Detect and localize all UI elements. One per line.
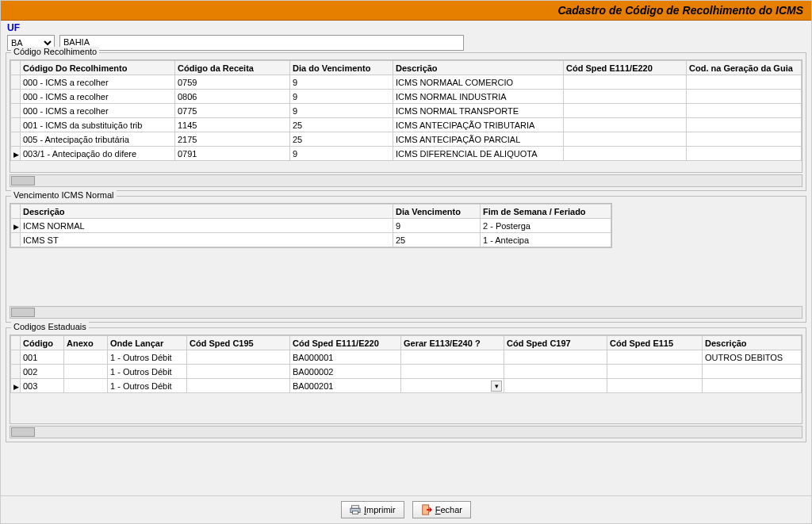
- chevron-down-icon[interactable]: ▾: [491, 381, 502, 392]
- table-row[interactable]: 0021 - Outros DébitBA000002: [11, 365, 802, 379]
- codigos-estaduais-table[interactable]: Código Anexo Onde Lançar Cód Sped C195 C…: [10, 335, 802, 393]
- row-marker: [11, 104, 21, 118]
- table-row[interactable]: ▶ICMS NORMAL92 - Posterga: [11, 219, 611, 233]
- col-sped-c197[interactable]: Cód Sped C197: [504, 336, 607, 350]
- hscroll[interactable]: [10, 426, 802, 438]
- table-row[interactable]: 005 - Antecipação tributária217525ICMS A…: [11, 132, 802, 147]
- row-marker: ▶: [11, 147, 21, 161]
- footer: Imprimir Fechar: [1, 495, 811, 523]
- col-codigo3[interactable]: Código: [21, 336, 64, 350]
- uf-label: UF: [7, 22, 805, 33]
- col-cod-sped-e111[interactable]: Cód Sped E111/E220: [564, 61, 687, 75]
- row-marker: [11, 132, 21, 147]
- col-cod-geracao-guia[interactable]: Cod. na Geração da Guia: [687, 61, 802, 75]
- svg-rect-2: [353, 511, 358, 514]
- table-row[interactable]: 000 - ICMS a recolher07759ICMS NORMAL TR…: [11, 104, 802, 118]
- codigos-estaduais-group: Codigos Estaduais Código Anexo Onde Lanç…: [6, 327, 806, 442]
- window-title: Cadastro de Código de Recolhimento do IC…: [1, 1, 811, 21]
- table-row[interactable]: ▶003/1 - Antecipação do difere07919ICMS …: [11, 147, 802, 161]
- col-onde-lancar[interactable]: Onde Lançar: [108, 336, 187, 350]
- col-sped-e115[interactable]: Cód Sped E115: [607, 336, 703, 350]
- col-descricao3[interactable]: Descrição: [703, 336, 802, 350]
- codigo-recolhimento-title: Código Recolhimento: [11, 47, 99, 56]
- col-anexo[interactable]: Anexo: [64, 336, 108, 350]
- row-marker: [11, 365, 21, 379]
- col-descricao2[interactable]: Descrição: [21, 205, 393, 219]
- print-label: Imprimir: [364, 505, 396, 514]
- col-dia-vencimento2[interactable]: Dia Vencimento: [393, 205, 481, 219]
- close-door-icon: [421, 504, 432, 515]
- table-row[interactable]: ▶0031 - Outros DébitBA000201▾: [11, 379, 802, 393]
- col-descricao[interactable]: Descrição: [393, 61, 564, 75]
- printer-icon: [350, 504, 361, 515]
- col-dia-vencimento[interactable]: Dia do Vencimento: [290, 61, 393, 75]
- close-button[interactable]: Fechar: [412, 501, 471, 518]
- table-row[interactable]: 001 - ICMS da substituição trib114525ICM…: [11, 118, 802, 132]
- window: Cadastro de Código de Recolhimento do IC…: [0, 0, 812, 524]
- row-marker: [11, 75, 21, 90]
- row-marker: [11, 118, 21, 132]
- table-row[interactable]: 000 - ICMS a recolher07599ICMS NORMAAL C…: [11, 75, 802, 90]
- svg-rect-0: [352, 506, 359, 509]
- col-codigo-receita[interactable]: Código da Receita: [175, 61, 290, 75]
- table-row[interactable]: 000 - ICMS a recolher08069ICMS NORMAL IN…: [11, 90, 802, 104]
- codigo-recolhimento-table[interactable]: Código Do Recolhimento Código da Receita…: [10, 60, 802, 161]
- col-fim-semana[interactable]: Fim de Semana / Feriado: [481, 205, 611, 219]
- row-marker: [11, 90, 21, 104]
- hscroll[interactable]: [10, 174, 802, 187]
- hscroll[interactable]: [10, 306, 802, 319]
- row-marker: ▶: [11, 219, 21, 233]
- print-button[interactable]: Imprimir: [341, 501, 404, 518]
- row-marker: ▶: [11, 379, 21, 393]
- row-marker: [11, 233, 21, 247]
- vencimento-icms-group: Vencimento ICMS Normal Descrição Dia Ven…: [6, 196, 806, 323]
- table-row[interactable]: 0011 - Outros DébitBA000001OUTROS DEBITO…: [11, 350, 802, 365]
- col-sped-e111-3[interactable]: Cód Sped E111/E220: [290, 336, 401, 350]
- vencimento-icms-title: Vencimento ICMS Normal: [11, 190, 117, 200]
- codigos-estaduais-title: Codigos Estaduais: [11, 322, 89, 331]
- table-row[interactable]: ICMS ST251 - Antecipa: [11, 233, 611, 247]
- row-marker: [11, 350, 21, 365]
- uf-name-field[interactable]: BAHIA: [59, 35, 464, 51]
- dropdown-cell[interactable]: ▾: [401, 379, 504, 393]
- uf-section: UF BA BAHIA: [1, 21, 811, 51]
- col-gerar-e113[interactable]: Gerar E113/E240 ?: [401, 336, 504, 350]
- col-codigo-recolhimento[interactable]: Código Do Recolhimento: [21, 61, 175, 75]
- codigo-recolhimento-group: Código Recolhimento Código Do Recolhimen…: [6, 52, 806, 191]
- col-sped-c195[interactable]: Cód Sped C195: [187, 336, 290, 350]
- close-label: Fechar: [435, 505, 462, 514]
- vencimento-icms-table[interactable]: Descrição Dia Vencimento Fim de Semana /…: [10, 204, 611, 247]
